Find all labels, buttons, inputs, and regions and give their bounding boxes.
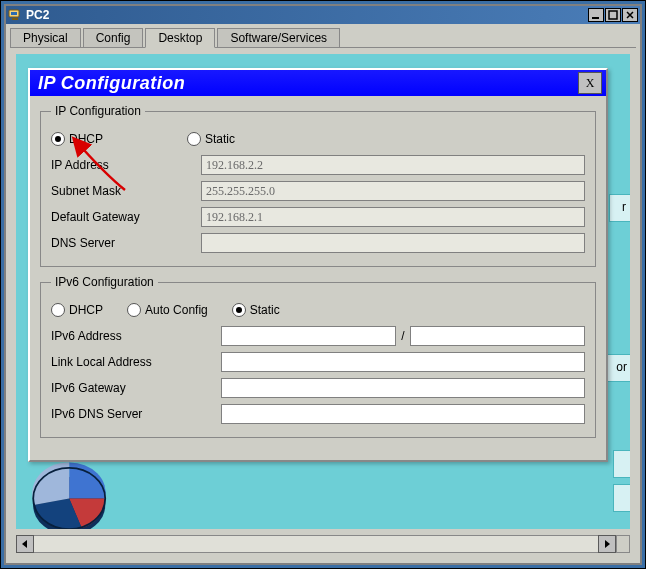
ipv6-dns-field[interactable]: [221, 404, 585, 424]
radio-dot-icon: [127, 303, 141, 317]
window-controls: [588, 8, 638, 22]
bottom-scrollbar-area: [16, 531, 630, 557]
prefix-separator: /: [398, 329, 407, 343]
dialog-body: IP Configuration DHCP Static: [30, 96, 606, 460]
ipv4-dhcp-radio[interactable]: DHCP: [51, 132, 103, 146]
link-local-label: Link Local Address: [51, 355, 221, 369]
background-panel-fragment: r: [609, 194, 630, 222]
maximize-button[interactable]: [605, 8, 621, 22]
ipv6-prefix-field[interactable]: [410, 326, 585, 346]
radio-dot-icon: [51, 303, 65, 317]
ipv4-mode-row: DHCP Static: [51, 126, 585, 152]
tab-bar: Physical Config Desktop Software/Service…: [6, 24, 640, 47]
titlebar: PC2: [6, 6, 640, 24]
ipv6-config-group: IPv6 Configuration DHCP Auto Config Stat…: [40, 275, 596, 438]
dns-server-field[interactable]: [201, 233, 585, 253]
dialog-titlebar: IP Configuration X: [30, 70, 606, 96]
subnet-mask-row: Subnet Mask: [51, 178, 585, 204]
pc-icon: [8, 8, 22, 22]
desktop-area: r or: [16, 54, 630, 529]
background-panel-fragment: [613, 484, 630, 512]
pc2-window: PC2 Physical Config Desktop Software/Ser…: [4, 4, 642, 565]
ipv6-gateway-label: IPv6 Gateway: [51, 381, 221, 395]
ipv6-address-field[interactable]: [221, 326, 396, 346]
ip-configuration-dialog: IP Configuration X IP Configuration DHCP…: [28, 68, 608, 462]
scroll-right-button[interactable]: [598, 535, 616, 553]
svg-rect-2: [12, 18, 18, 20]
close-button[interactable]: [622, 8, 638, 22]
radio-dot-icon: [187, 132, 201, 146]
dialog-title: IP Configuration: [38, 73, 185, 94]
ip-address-row: IP Address: [51, 152, 585, 178]
link-local-row: Link Local Address: [51, 349, 585, 375]
tab-desktop[interactable]: Desktop: [145, 28, 215, 48]
ipv6-dhcp-radio[interactable]: DHCP: [51, 303, 103, 317]
ipv6-address-row: IPv6 Address /: [51, 323, 585, 349]
svg-rect-3: [592, 17, 599, 19]
ipv4-legend: IP Configuration: [51, 104, 145, 118]
tab-content: r or: [10, 47, 636, 559]
default-gateway-field[interactable]: [201, 207, 585, 227]
background-panel-fragment: or: [605, 354, 630, 382]
default-gateway-label: Default Gateway: [51, 210, 201, 224]
radio-dot-icon: [232, 303, 246, 317]
svg-rect-4: [609, 11, 617, 19]
scroll-left-button[interactable]: [16, 535, 34, 553]
dialog-close-button[interactable]: X: [578, 72, 602, 94]
default-gateway-row: Default Gateway: [51, 204, 585, 230]
tab-software-services[interactable]: Software/Services: [217, 28, 340, 48]
ipv6-dns-row: IPv6 DNS Server: [51, 401, 585, 427]
ipv4-static-radio[interactable]: Static: [187, 132, 235, 146]
ipv6-dns-label: IPv6 DNS Server: [51, 407, 221, 421]
app-stage: PC2 Physical Config Desktop Software/Ser…: [0, 0, 646, 569]
svg-rect-1: [11, 12, 17, 15]
ipv6-legend: IPv6 Configuration: [51, 275, 158, 289]
status-grip: [616, 535, 630, 553]
ipv6-gateway-row: IPv6 Gateway: [51, 375, 585, 401]
ipv6-autoconfig-radio[interactable]: Auto Config: [127, 303, 208, 317]
scroll-track[interactable]: [34, 535, 598, 553]
ipv6-static-radio[interactable]: Static: [232, 303, 280, 317]
background-panel-fragment: [613, 450, 630, 478]
ipv6-mode-row: DHCP Auto Config Static: [51, 297, 585, 323]
radio-dot-icon: [51, 132, 65, 146]
ipv6-address-label: IPv6 Address: [51, 329, 221, 343]
subnet-mask-label: Subnet Mask: [51, 184, 201, 198]
minimize-button[interactable]: [588, 8, 604, 22]
subnet-mask-field[interactable]: [201, 181, 585, 201]
ipv4-config-group: IP Configuration DHCP Static: [40, 104, 596, 267]
link-local-field[interactable]: [221, 352, 585, 372]
tab-physical[interactable]: Physical: [10, 28, 81, 48]
window-title: PC2: [26, 8, 49, 22]
ip-address-label: IP Address: [51, 158, 201, 172]
dns-server-label: DNS Server: [51, 236, 201, 250]
dns-server-row: DNS Server: [51, 230, 585, 256]
ip-address-field[interactable]: [201, 155, 585, 175]
tab-config[interactable]: Config: [83, 28, 144, 48]
ipv6-gateway-field[interactable]: [221, 378, 585, 398]
